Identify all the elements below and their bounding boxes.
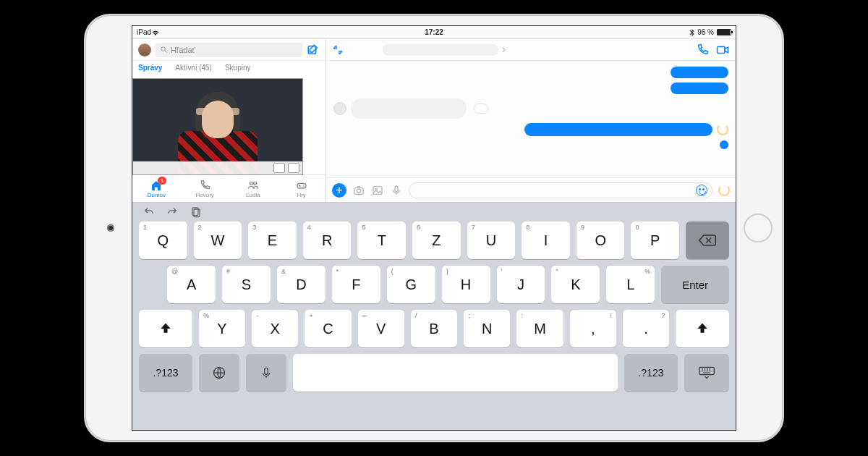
phone-icon <box>198 180 211 191</box>
message-composer: + <box>326 177 736 202</box>
clipboard-icon[interactable] <box>189 206 202 218</box>
key-O[interactable]: 9O <box>576 221 625 259</box>
status-bar: iPad 17:22 96 % <box>132 26 736 39</box>
seen-indicator <box>720 140 728 149</box>
voice-icon[interactable] <box>390 185 403 196</box>
picture-in-picture-video[interactable] <box>132 78 303 175</box>
conversation-title[interactable] <box>383 44 498 56</box>
svg-point-0 <box>161 47 166 51</box>
svg-point-4 <box>254 182 257 185</box>
key-S[interactable]: #S <box>222 266 271 303</box>
sidebar: Hľadať Správy Aktívni (45) Skupiny <box>132 39 326 202</box>
key-F[interactable]: *F <box>332 266 380 303</box>
svg-point-10 <box>357 189 360 193</box>
key-P[interactable]: 0P <box>631 221 679 259</box>
key-D[interactable]: &D <box>277 266 326 303</box>
key-B[interactable]: /B <box>411 310 457 347</box>
key-N[interactable]: ;N <box>464 310 510 347</box>
received-message[interactable] <box>351 98 467 119</box>
message-input[interactable] <box>409 182 712 198</box>
emoji-icon[interactable] <box>696 185 707 196</box>
key-U[interactable]: 7U <box>467 221 516 259</box>
exit-fullscreen-icon[interactable] <box>332 44 344 56</box>
reaction-button[interactable] <box>474 104 488 114</box>
key-G[interactable]: (G <box>387 266 435 303</box>
battery-icon <box>717 29 731 35</box>
key-backspace[interactable] <box>686 221 729 259</box>
gamepad-icon <box>295 180 308 191</box>
key-L[interactable]: %L <box>606 266 655 303</box>
key-T[interactable]: 5T <box>357 221 406 259</box>
message-list[interactable] <box>326 61 736 177</box>
key-H[interactable]: )H <box>442 266 490 303</box>
shift-icon <box>695 321 710 336</box>
front-camera <box>107 224 114 232</box>
tab-games[interactable]: Hry <box>277 175 326 202</box>
svg-rect-5 <box>297 183 306 188</box>
bluetooth-icon <box>689 29 694 36</box>
gallery-icon[interactable] <box>371 185 384 196</box>
key-.[interactable]: ?. <box>623 310 669 347</box>
video-call-icon[interactable] <box>715 43 730 56</box>
people-icon <box>247 180 260 191</box>
key-globe[interactable] <box>199 354 239 392</box>
camera-icon[interactable] <box>352 185 365 196</box>
svg-point-6 <box>303 185 304 185</box>
key-space[interactable] <box>293 354 618 392</box>
pip-controls <box>133 161 302 174</box>
home-button[interactable] <box>744 214 773 242</box>
sent-message[interactable] <box>671 83 728 94</box>
shift-icon <box>158 321 173 336</box>
tab-home[interactable]: 1 Domov <box>132 175 181 202</box>
key-shift[interactable] <box>139 310 192 347</box>
key-V[interactable]: =V <box>358 310 404 347</box>
key-Z[interactable]: 6Z <box>412 221 461 259</box>
like-button[interactable] <box>718 185 730 196</box>
add-attachment-button[interactable]: + <box>332 183 346 198</box>
key-enter[interactable]: Enter <box>661 266 729 303</box>
sending-spinner <box>717 124 728 135</box>
key-symbols[interactable]: .?123 <box>139 354 192 392</box>
svg-point-3 <box>250 182 252 185</box>
key-M[interactable]: :M <box>516 310 563 347</box>
compose-icon[interactable] <box>307 43 320 56</box>
key-X[interactable]: -X <box>252 310 298 347</box>
key-hide-keyboard[interactable] <box>684 354 729 392</box>
hide-keyboard-icon <box>698 366 715 380</box>
search-input[interactable]: Hľadať <box>156 43 302 57</box>
key-J[interactable]: 'J <box>497 266 545 303</box>
tab-people[interactable]: Ľudia <box>229 175 278 202</box>
keyboard-toolbar <box>132 203 736 221</box>
svg-rect-13 <box>395 186 398 192</box>
key-shift[interactable] <box>676 310 729 347</box>
sender-avatar[interactable] <box>333 102 346 115</box>
conversation-pane: + <box>326 39 736 202</box>
sent-message[interactable] <box>524 123 712 136</box>
key-dictation[interactable] <box>246 354 286 392</box>
tab-groups[interactable]: Skupiny <box>225 64 251 72</box>
key-W[interactable]: 2W <box>194 221 242 259</box>
undo-icon[interactable] <box>142 206 156 218</box>
key-Q[interactable]: 1Q <box>139 221 187 259</box>
pip-restore-icon[interactable] <box>273 163 285 173</box>
bottom-tabbar: 1 Domov Hovory Ľudia Hry <box>132 174 326 202</box>
key-K[interactable]: "K <box>551 266 600 303</box>
key-,[interactable]: !, <box>570 310 616 347</box>
key-I[interactable]: 8I <box>522 221 570 259</box>
key-C[interactable]: +C <box>305 310 351 347</box>
tab-calls[interactable]: Hovory <box>181 175 229 202</box>
profile-avatar[interactable] <box>138 43 151 56</box>
tab-active[interactable]: Aktívni (45) <box>175 64 212 72</box>
pip-close-icon[interactable] <box>288 163 299 173</box>
key-R[interactable]: 4R <box>303 221 352 259</box>
sent-message[interactable] <box>671 67 728 78</box>
svg-line-1 <box>165 51 167 53</box>
audio-call-icon[interactable] <box>695 43 710 56</box>
redo-icon[interactable] <box>166 206 179 218</box>
key-Y[interactable]: %Y <box>199 310 245 347</box>
tab-messages[interactable]: Správy <box>138 64 162 72</box>
search-icon <box>160 46 168 54</box>
key-E[interactable]: 3E <box>248 221 297 259</box>
key-A[interactable]: @A <box>167 266 216 303</box>
key-symbols-right[interactable]: .?123 <box>624 354 678 392</box>
